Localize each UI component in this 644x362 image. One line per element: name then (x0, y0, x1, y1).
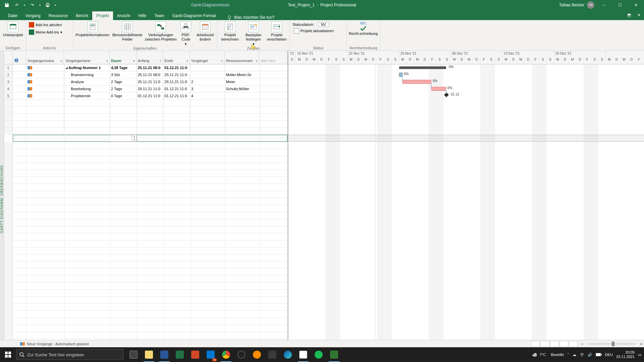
update-project-button[interactable]: Projekt aktualisieren (292, 27, 335, 34)
maximize-button[interactable]: ☐ (613, 0, 627, 10)
view-gantt-button[interactable] (531, 341, 540, 347)
zoom-in-button[interactable]: + (639, 341, 644, 347)
qat-customize[interactable]: ▾ (54, 1, 57, 9)
view-team-planner-button[interactable] (550, 341, 559, 347)
view-resource-sheet-button[interactable] (559, 341, 568, 347)
app-spotify[interactable] (311, 347, 326, 362)
col-duration[interactable]: Dauer▾ (110, 51, 137, 64)
gantt-bar-task[interactable] (431, 87, 446, 91)
undo-dropdown[interactable]: ▾ (23, 1, 26, 9)
timescale[interactable]: '21 15 Nov '21 22 Nov '21 29 Nov '21 06 … (288, 51, 644, 64)
ribbon-display-options[interactable]: ⬒ (624, 10, 634, 20)
gantt-bar-task[interactable] (402, 80, 431, 84)
table-row[interactable]: 3Analyse2 Tage25.11.21 11:029.11.21 11:0… (4, 78, 287, 85)
grid-body[interactable]: 1◢Auftrag Nummer 14,38 Tage25.11.21 08:0… (4, 64, 287, 341)
col-resources[interactable]: Ressourcennam▾ (225, 51, 260, 64)
table-row[interactable]: 5Projektende0 Tage01.12.21 11:001.12.21 … (4, 93, 287, 100)
gantt-bar-summary[interactable] (399, 66, 446, 69)
tell-me-search[interactable]: Was möchten Sie tun? (227, 15, 274, 20)
table-row[interactable]: 1◢Auftrag Nummer 14,38 Tage25.11.21 08:0… (4, 64, 287, 71)
status-date-field[interactable]: NV (318, 22, 329, 27)
tab-team[interactable]: Team (150, 11, 168, 20)
app-chrome[interactable] (219, 347, 233, 362)
tab-bericht[interactable]: Bericht (72, 11, 92, 20)
tab-hilfe[interactable]: Hilfe (134, 11, 150, 20)
view-label-bar[interactable]: GANTT-DIAGRAMM: ÜBERWACHUNG (0, 51, 4, 347)
tray-chevron[interactable]: ˄ (567, 353, 569, 357)
user-name[interactable]: Tobias Becker (559, 3, 584, 7)
col-start[interactable]: Anfang▾ (137, 51, 163, 64)
col-add-new[interactable]: Neu hinz (259, 51, 287, 64)
view-report-button[interactable] (569, 341, 578, 347)
app-notepad[interactable] (296, 347, 311, 362)
tray-clock[interactable]: 20:0523.11.2021 (616, 350, 635, 359)
links-between-projects-button[interactable]: Verknüpfungen zwischen Projekten (145, 21, 177, 41)
start-button[interactable] (0, 347, 16, 362)
select-all-corner[interactable] (4, 51, 13, 64)
subproject-button[interactable]: Unterprojekt (1, 21, 24, 37)
tray-volume-icon[interactable]: 🔊 (588, 353, 592, 357)
app-file-explorer[interactable] (142, 347, 156, 362)
redo-dropdown[interactable]: ▾ (38, 1, 42, 9)
change-working-time-button[interactable]: Arbeitszeit ändern (195, 21, 216, 41)
tray-notifications-icon[interactable]: ▭ (638, 353, 641, 357)
app-powerpoint[interactable] (188, 347, 203, 362)
app-excel[interactable] (172, 347, 187, 362)
weather-widget[interactable]: 7°C Bewölkt (532, 352, 564, 358)
col-finish[interactable]: Ende▾ (163, 51, 190, 64)
minimize-button[interactable]: ─ (597, 0, 610, 10)
tray-battery-icon[interactable] (596, 353, 602, 356)
app-mail[interactable]: 73 (203, 347, 218, 362)
undo-button[interactable]: ↶ (13, 1, 21, 9)
tray-language[interactable]: DEU (605, 353, 613, 357)
spin-down[interactable]: ▼ (132, 138, 137, 142)
close-file-button[interactable]: ✕ (634, 10, 644, 20)
tab-datei[interactable]: Datei (4, 11, 21, 20)
duration-editor[interactable]: ▲▼ (110, 135, 137, 142)
collapse-icon[interactable]: ◢ (65, 66, 68, 69)
col-task-mode[interactable]: Vorgangsmodus▾ (26, 51, 64, 64)
tray-onedrive-icon[interactable]: ☁ (573, 353, 576, 357)
app-edge[interactable] (280, 347, 295, 362)
my-addins-button[interactable]: Meine Add-Ins ▾ (28, 29, 64, 36)
redo-button[interactable]: ↷ (28, 1, 36, 9)
spelling-button[interactable]: ABC Recht-schreibung (348, 21, 378, 36)
gantt-body[interactable]: 0% 0% 0% 0% 01.12 (288, 64, 644, 341)
task-view-button[interactable] (126, 347, 141, 362)
move-project-button[interactable]: Projekt verschieben (265, 21, 288, 41)
set-baseline-button[interactable]: Basisplan festlegen ▾ (242, 21, 265, 46)
grid-header: i Vorgangsmodus▾ Vorgangsname▾ Dauer▾ An… (4, 51, 287, 64)
col-indicators[interactable]: i (13, 51, 26, 64)
project-information-button[interactable]: Projektinformationen (74, 21, 110, 37)
psp-code-button[interactable]: PSP-Code ▾ (178, 21, 194, 46)
custom-fields-button[interactable]: Benutzerdefinierte Felder (111, 21, 144, 41)
tab-ressource[interactable]: Ressource (45, 11, 72, 20)
print-button[interactable] (44, 1, 52, 9)
calculate-project-button[interactable]: Projekt berechnen (219, 21, 241, 41)
tab-vorgang[interactable]: Vorgang (21, 11, 45, 20)
tab-ansicht[interactable]: Ansicht (113, 11, 134, 20)
spin-up[interactable]: ▲ (132, 135, 137, 138)
view-task-usage-button[interactable] (541, 341, 549, 347)
app-word[interactable] (157, 347, 172, 362)
get-addins-button[interactable]: Add-Ins abrufen (28, 21, 64, 28)
zoom-out-button[interactable]: − (580, 341, 585, 347)
user-area: Tobias Becker TB ─ ☐ ✕ (559, 0, 643, 10)
tab-projekt[interactable]: Projekt (92, 11, 113, 20)
table-row[interactable]: 4Bearbeitung2 Tage29.11.21 11:001.12.21 … (4, 85, 287, 93)
app-generic-2[interactable] (265, 347, 280, 362)
app-ms-project[interactable] (327, 347, 341, 362)
table-row[interactable]: 2Brainstorming3 Std.25.11.21 08:025.11.2… (4, 71, 287, 78)
zoom-slider[interactable] (588, 343, 635, 345)
gantt-milestone[interactable] (444, 93, 449, 97)
taskbar-search[interactable]: Zur Suche Text hier eingeben (16, 349, 123, 360)
col-predecessors[interactable]: Vorgänger▾ (190, 51, 225, 64)
tab-gantt-format[interactable]: Gantt-Diagramm Format (168, 11, 220, 20)
app-generic-1[interactable] (250, 347, 264, 362)
col-task-name[interactable]: Vorgangsname▾ (64, 51, 110, 64)
app-obs[interactable] (234, 347, 249, 362)
save-button[interactable] (3, 1, 11, 9)
tray-wifi-icon[interactable] (580, 352, 584, 357)
close-button[interactable]: ✕ (629, 0, 643, 10)
user-avatar[interactable]: TB (587, 1, 594, 9)
